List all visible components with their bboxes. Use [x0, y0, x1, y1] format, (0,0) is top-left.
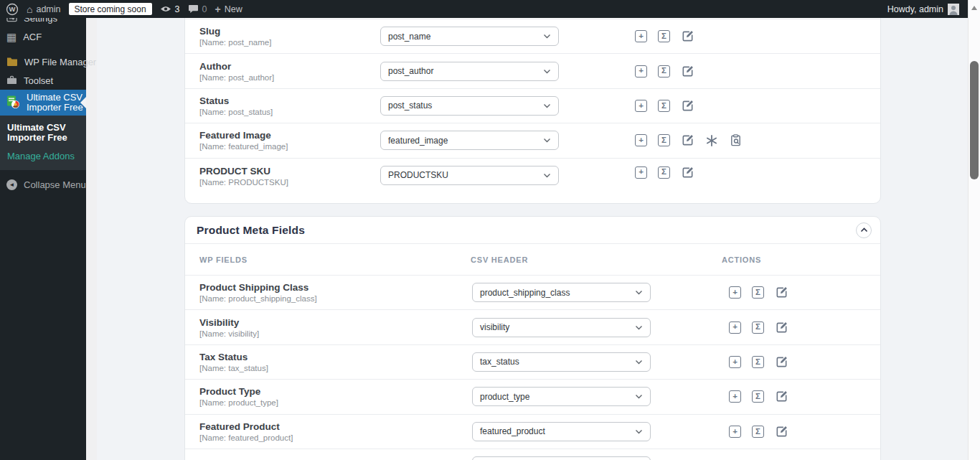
- edit-icon[interactable]: [775, 355, 788, 369]
- field-name: [Name: post_name]: [199, 38, 380, 47]
- openai-icon[interactable]: [705, 134, 718, 147]
- sidebar-item-ultimate-csv-importer[interactable]: Ultimate CSV Importer Free: [0, 90, 86, 116]
- chevron-down-icon: [635, 394, 643, 399]
- add-icon[interactable]: +: [729, 321, 741, 334]
- chevron-down-icon: [635, 290, 643, 295]
- csv-header-select[interactable]: visibility: [472, 318, 651, 337]
- csv-header-select[interactable]: [472, 456, 651, 460]
- csv-header-select[interactable]: post_name: [380, 27, 559, 46]
- field-label: Slug: [199, 26, 380, 37]
- formula-icon[interactable]: Σ: [752, 286, 764, 299]
- collapse-section-button[interactable]: [856, 222, 872, 238]
- comments-count: 0: [202, 4, 207, 14]
- field-row-featured-product: Featured Product [Name: featured_product…: [185, 414, 880, 449]
- field-label: Featured Product: [199, 421, 472, 432]
- chevron-down-icon: [543, 138, 551, 143]
- new-menu[interactable]: + New: [215, 4, 242, 14]
- field-row-author: Author [Name: post_author] post_author +…: [185, 53, 880, 88]
- add-icon[interactable]: +: [729, 426, 741, 438]
- add-icon[interactable]: +: [729, 286, 741, 299]
- scrollbar-track[interactable]: [968, 0, 980, 460]
- sidebar-item-acf[interactable]: ▦ ACF: [0, 27, 86, 46]
- formula-icon[interactable]: Σ: [658, 100, 670, 112]
- formula-icon[interactable]: Σ: [658, 166, 670, 179]
- edit-icon[interactable]: [775, 321, 788, 334]
- sidebar-item-label: Toolset: [24, 75, 53, 86]
- csv-header-select[interactable]: post_status: [380, 96, 559, 116]
- formula-icon[interactable]: Σ: [752, 321, 764, 334]
- select-value: featured_product: [480, 426, 545, 436]
- field-name: [Name: featured_image]: [199, 142, 380, 151]
- suitcase-icon: [6, 75, 17, 86]
- add-icon[interactable]: +: [635, 30, 647, 42]
- edit-icon[interactable]: [681, 99, 694, 113]
- formula-icon[interactable]: Σ: [752, 356, 764, 368]
- edit-icon[interactable]: [681, 65, 694, 78]
- select-value: featured_image: [388, 136, 448, 146]
- edit-icon[interactable]: [681, 133, 694, 147]
- site-menu[interactable]: ⌂ admin: [27, 4, 61, 14]
- edit-icon[interactable]: [775, 390, 788, 403]
- formula-icon[interactable]: Σ: [752, 426, 764, 438]
- column-header-actions: ACTIONS: [722, 255, 761, 264]
- visibility-menu[interactable]: 3: [160, 4, 180, 14]
- csv-header-select[interactable]: featured_product: [472, 422, 651, 441]
- product-meta-fields-card: Product Meta Fields WP FIELDS CSV HEADER…: [184, 216, 881, 460]
- column-headers: WP FIELDS CSV HEADER ACTIONS: [185, 244, 880, 275]
- submenu-item-csv-importer[interactable]: Ultimate CSV Importer Free: [0, 121, 83, 144]
- edit-icon[interactable]: [681, 166, 694, 179]
- field-name: [Name: post_status]: [199, 108, 380, 116]
- avatar[interactable]: [948, 4, 959, 15]
- chevron-down-icon: [543, 34, 551, 39]
- comments-menu[interactable]: 0: [188, 4, 207, 14]
- chevron-down-icon: [635, 429, 643, 434]
- admin-sidebar: Settings ▦ ACF WP File Manager Toolset U…: [0, 0, 86, 460]
- csv-header-select[interactable]: featured_image: [380, 131, 559, 150]
- formula-icon[interactable]: Σ: [658, 134, 670, 146]
- csv-header-select[interactable]: tax_status: [472, 352, 651, 372]
- csv-header-select[interactable]: post_author: [380, 62, 559, 81]
- svg-text:W: W: [9, 5, 16, 13]
- wordpress-logo-menu[interactable]: W: [6, 3, 19, 16]
- chevron-down-icon: [635, 325, 643, 330]
- csv-header-select[interactable]: PRODUCTSKU: [380, 166, 559, 185]
- collapse-menu-button[interactable]: ◄ Collapse Menu: [0, 179, 86, 190]
- add-icon[interactable]: +: [635, 134, 647, 146]
- add-icon[interactable]: +: [635, 166, 647, 179]
- formula-icon[interactable]: Σ: [752, 390, 764, 403]
- sidebar-item-toolset[interactable]: Toolset: [0, 71, 86, 90]
- formula-icon[interactable]: Σ: [658, 65, 670, 78]
- submenu-item-manage-addons[interactable]: Manage Addons: [0, 150, 86, 163]
- chevron-down-icon: [543, 103, 551, 108]
- edit-icon[interactable]: [681, 29, 694, 43]
- howdy-menu[interactable]: Howdy, admin: [887, 4, 943, 14]
- comment-icon: [188, 4, 199, 14]
- csv-importer-logo-icon: [6, 95, 20, 111]
- scrollbar-thumb[interactable]: [970, 61, 979, 179]
- field-label: Status: [199, 95, 380, 106]
- field-row-status: Status [Name: post_status] post_status +…: [185, 88, 880, 123]
- wordpress-logo-icon: W: [6, 3, 19, 16]
- edit-icon[interactable]: [775, 425, 788, 438]
- select-value: PRODUCTSKU: [388, 170, 448, 180]
- field-name: [Name: product_type]: [199, 398, 472, 407]
- sidebar-item-wp-file-manager[interactable]: WP File Manager: [0, 52, 86, 71]
- chevron-up-icon: [860, 227, 868, 233]
- coming-soon-badge[interactable]: Store coming soon: [69, 3, 152, 15]
- clipboard-search-icon[interactable]: [729, 133, 743, 147]
- select-value: post_author: [388, 66, 433, 76]
- csv-header-select[interactable]: product_shipping_class: [472, 283, 651, 302]
- formula-icon[interactable]: Σ: [658, 30, 670, 42]
- home-icon: ⌂: [27, 4, 32, 14]
- field-label: Product Shipping Class: [199, 282, 472, 293]
- add-icon[interactable]: +: [729, 356, 741, 368]
- add-icon[interactable]: +: [635, 65, 647, 78]
- add-icon[interactable]: +: [635, 100, 647, 112]
- add-icon[interactable]: +: [729, 390, 741, 403]
- csv-header-select[interactable]: product_type: [472, 387, 651, 406]
- scroll-up-arrow-icon[interactable]: [971, 6, 977, 10]
- field-label: Author: [199, 61, 380, 72]
- edit-icon[interactable]: [775, 286, 788, 299]
- column-header-wp-fields: WP FIELDS: [185, 255, 471, 264]
- plus-icon: +: [215, 4, 220, 14]
